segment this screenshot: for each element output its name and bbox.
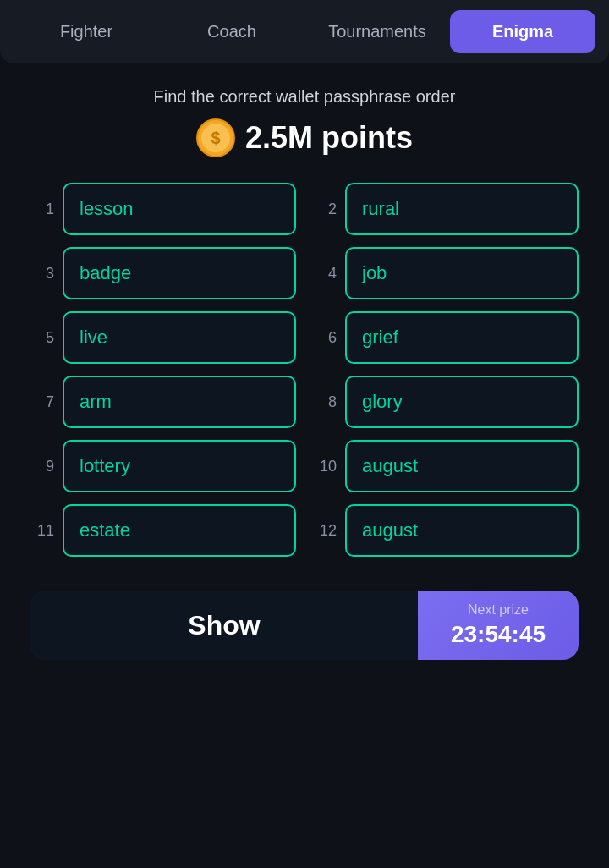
word-number: 6 bbox=[313, 329, 337, 347]
word-number: 8 bbox=[313, 393, 337, 411]
main-content: Find the correct wallet passphrase order… bbox=[0, 63, 609, 677]
word-cell: 10august bbox=[313, 440, 579, 492]
tab-enigma[interactable]: Enigma bbox=[450, 10, 595, 53]
word-box: august bbox=[345, 504, 579, 557]
tab-bar: Fighter Coach Tournaments Enigma bbox=[0, 0, 609, 63]
word-box: rural bbox=[345, 183, 579, 235]
tab-coach[interactable]: Coach bbox=[159, 10, 304, 53]
tab-fighter[interactable]: Fighter bbox=[14, 10, 159, 53]
word-cell: 7arm bbox=[30, 376, 296, 428]
word-number: 11 bbox=[30, 522, 54, 540]
word-box: lottery bbox=[63, 440, 296, 492]
word-number: 1 bbox=[30, 201, 54, 218]
word-box: august bbox=[345, 440, 579, 492]
word-number: 7 bbox=[30, 393, 54, 411]
word-box: grief bbox=[345, 311, 579, 364]
next-prize-label: Next prize bbox=[468, 602, 529, 618]
word-box: lesson bbox=[63, 183, 296, 235]
word-cell: 4job bbox=[313, 247, 579, 299]
word-cell: 1lesson bbox=[30, 183, 296, 235]
word-number: 9 bbox=[30, 458, 54, 475]
tab-tournaments[interactable]: Tournaments bbox=[304, 10, 450, 53]
word-cell: 5live bbox=[30, 311, 296, 364]
word-box: arm bbox=[63, 376, 296, 428]
word-number: 10 bbox=[313, 458, 337, 475]
word-number: 2 bbox=[313, 201, 337, 218]
word-cell: 3badge bbox=[30, 247, 296, 299]
svg-text:$: $ bbox=[211, 129, 220, 147]
word-box: glory bbox=[345, 376, 579, 428]
next-prize-panel: Next prize 23:54:45 bbox=[418, 591, 579, 660]
word-number: 5 bbox=[30, 329, 54, 347]
coin-icon: $ bbox=[196, 118, 235, 157]
show-button[interactable]: Show bbox=[30, 591, 418, 660]
word-box: live bbox=[63, 311, 296, 364]
next-prize-timer: 23:54:45 bbox=[451, 621, 546, 648]
subtitle-text: Find the correct wallet passphrase order bbox=[154, 87, 456, 107]
word-cell: 6grief bbox=[313, 311, 579, 364]
word-cell: 12august bbox=[313, 504, 579, 557]
word-number: 4 bbox=[313, 265, 337, 283]
word-cell: 2rural bbox=[313, 183, 579, 235]
word-box: badge bbox=[63, 247, 296, 299]
word-cell: 9lottery bbox=[30, 440, 296, 492]
word-cell: 8glory bbox=[313, 376, 579, 428]
bottom-bar: Show Next prize 23:54:45 bbox=[30, 591, 579, 660]
word-cell: 11estate bbox=[30, 504, 296, 557]
word-number: 3 bbox=[30, 265, 54, 283]
word-box: job bbox=[345, 247, 579, 299]
word-grid: 1lesson2rural3badge4job5live6grief7arm8g… bbox=[30, 183, 579, 557]
word-number: 12 bbox=[313, 522, 337, 540]
points-value: 2.5M points bbox=[245, 120, 413, 156]
points-row: $ 2.5M points bbox=[196, 118, 413, 157]
word-box: estate bbox=[63, 504, 296, 557]
